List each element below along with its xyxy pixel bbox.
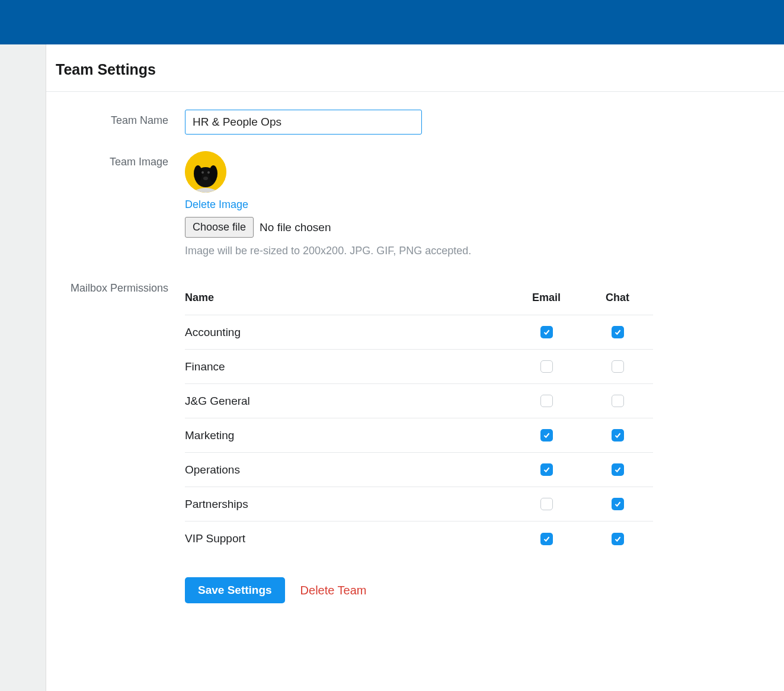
permissions-body: AccountingFinanceJ&G GeneralMarketingOpe… [185, 315, 653, 556]
row-name: Operations [185, 463, 511, 476]
table-row: Finance [185, 350, 653, 384]
row-name: J&G General [185, 395, 511, 408]
form-area: Team Name Team Image [46, 92, 784, 627]
page-title: Team Settings [46, 44, 784, 91]
chat-checkbox[interactable] [612, 498, 624, 510]
permissions-label: Mailbox Permissions [58, 281, 185, 295]
table-row: Marketing [185, 418, 653, 453]
table-row: Partnerships [185, 487, 653, 522]
chat-checkbox[interactable] [612, 326, 624, 338]
chat-cell [582, 533, 653, 545]
chat-cell [582, 360, 653, 373]
row-team-image: Team Image [58, 151, 772, 257]
file-row: Choose file No file chosen [185, 217, 653, 238]
email-cell [511, 533, 582, 545]
table-row: Operations [185, 453, 653, 487]
table-row: J&G General [185, 384, 653, 418]
team-avatar [185, 151, 226, 193]
actions: Save Settings Delete Team [185, 577, 653, 603]
email-cell [511, 395, 582, 407]
chat-checkbox[interactable] [612, 360, 624, 373]
email-cell [511, 463, 582, 476]
team-name-field-wrap [185, 110, 653, 135]
chat-cell [582, 326, 653, 338]
dog-icon [185, 151, 226, 193]
email-cell [511, 360, 582, 373]
email-checkbox[interactable] [540, 498, 553, 510]
table-row: Accounting [185, 315, 653, 350]
permissions-header-row: Name Email Chat [185, 281, 653, 315]
svg-point-4 [201, 171, 204, 174]
permissions-header-name: Name [185, 292, 511, 304]
permissions-header-email: Email [511, 292, 582, 304]
email-cell [511, 326, 582, 338]
email-checkbox[interactable] [540, 429, 553, 442]
chat-checkbox[interactable] [612, 533, 624, 545]
row-name: Finance [185, 360, 511, 373]
email-checkbox[interactable] [540, 395, 553, 407]
svg-point-3 [209, 165, 217, 182]
svg-point-2 [194, 165, 202, 182]
email-checkbox[interactable] [540, 463, 553, 476]
chat-cell [582, 429, 653, 442]
permissions-header-chat: Chat [582, 292, 653, 304]
choose-file-button[interactable]: Choose file [185, 217, 254, 238]
svg-point-6 [203, 177, 208, 180]
chat-cell [582, 498, 653, 510]
row-name: Accounting [185, 326, 511, 339]
team-name-label: Team Name [58, 110, 185, 127]
delete-image-link[interactable]: Delete Image [185, 199, 248, 211]
email-checkbox[interactable] [540, 533, 553, 545]
app-header [0, 0, 784, 44]
delete-team-link[interactable]: Delete Team [300, 584, 367, 597]
chat-cell [582, 463, 653, 476]
row-permissions: Mailbox Permissions Name Email Chat Acco… [58, 281, 772, 603]
permissions-table: Name Email Chat AccountingFinanceJ&G Gen… [185, 281, 653, 603]
table-row: VIP Support [185, 522, 653, 556]
email-checkbox[interactable] [540, 326, 553, 338]
content-panel: Team Settings Team Name Team Image [46, 44, 784, 691]
chat-checkbox[interactable] [612, 395, 624, 407]
team-image-field-wrap: Delete Image Choose file No file chosen … [185, 151, 653, 257]
row-team-name: Team Name [58, 110, 772, 135]
file-status: No file chosen [260, 221, 331, 234]
email-cell [511, 429, 582, 442]
chat-cell [582, 395, 653, 407]
image-hint: Image will be re-sized to 200x200. JPG. … [185, 245, 653, 257]
row-name: VIP Support [185, 532, 511, 545]
team-image-label: Team Image [58, 151, 185, 168]
chat-checkbox[interactable] [612, 429, 624, 442]
save-settings-button[interactable]: Save Settings [185, 577, 285, 603]
left-gutter [0, 44, 46, 691]
row-name: Marketing [185, 429, 511, 442]
email-checkbox[interactable] [540, 360, 553, 373]
svg-point-5 [207, 171, 210, 174]
page-wrap: Team Settings Team Name Team Image [0, 44, 784, 691]
email-cell [511, 498, 582, 510]
row-name: Partnerships [185, 498, 511, 511]
team-name-input[interactable] [185, 110, 422, 135]
chat-checkbox[interactable] [612, 463, 624, 476]
